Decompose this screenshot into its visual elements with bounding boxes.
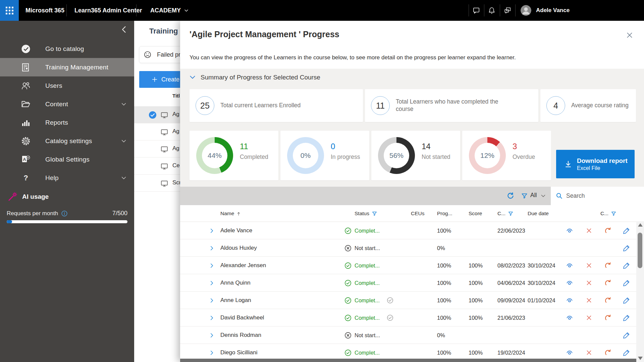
sidebar-item-content[interactable]: Content [0, 95, 134, 113]
status-completed-icon [344, 222, 352, 239]
chevron-down-icon[interactable] [121, 175, 127, 181]
filter-funnel-icon[interactable] [521, 192, 528, 199]
delete-button[interactable] [585, 274, 593, 292]
sidebar-item-users[interactable]: Users [0, 76, 134, 95]
chevron-down-icon [189, 74, 196, 81]
view-button[interactable] [566, 292, 573, 309]
chat-button[interactable] [469, 0, 484, 21]
view-button[interactable] [566, 309, 573, 326]
user-name[interactable]: Adele Vance [536, 0, 570, 21]
column-header-status[interactable]: Status [355, 205, 377, 222]
expand-chevron-icon[interactable] [209, 274, 215, 292]
delete-button[interactable] [585, 222, 593, 239]
sidebar-item-ai-usage[interactable]: AI usage [7, 192, 49, 202]
column-header-score[interactable]: Score [469, 205, 482, 222]
expand-chevron-icon[interactable] [209, 326, 215, 344]
requests-value: 7/500 [112, 210, 127, 217]
edit-button[interactable] [623, 222, 630, 239]
filter-funnel-icon[interactable] [611, 211, 616, 217]
selected-check-icon[interactable] [149, 111, 157, 119]
sidebar-item-training-management[interactable]: Training Management [0, 58, 134, 76]
expand-chevron-icon[interactable] [209, 222, 215, 239]
edit-button[interactable] [623, 274, 630, 292]
learner-row: Adele Vance Complet...100% 22/06/2023 [180, 222, 636, 239]
vertical-scrollbar[interactable] [636, 221, 644, 362]
sidebar-item-help[interactable]: ?Help [0, 169, 134, 187]
microsoft-365-label[interactable]: Microsoft 365 [25, 0, 64, 21]
sidebar-item-catalog-settings[interactable]: Catalog settings [0, 132, 134, 150]
column-header-ceus[interactable]: CEUs [411, 205, 424, 222]
donut-label: Not started [422, 154, 450, 161]
retake-button[interactable] [604, 309, 611, 326]
delete-button[interactable] [585, 292, 593, 309]
avatar[interactable] [521, 5, 531, 16]
sidebar-item-global-settings[interactable]: AGlobal Settings [0, 150, 134, 169]
filter-funnel-icon[interactable] [372, 211, 377, 217]
view-button[interactable] [566, 257, 573, 274]
download-subtitle: Excel File [577, 165, 600, 171]
progress-value: 100% [437, 274, 451, 292]
retake-button[interactable] [604, 292, 611, 309]
sidebar-item-go-to-catalog[interactable]: Go to catalog [0, 40, 134, 58]
column-header-name[interactable]: Name [220, 205, 241, 222]
refresh-icon[interactable] [506, 192, 515, 200]
chevron-down-icon[interactable] [540, 193, 546, 199]
sidebar-item-label: Help [45, 174, 59, 182]
expand-chevron-icon[interactable] [209, 257, 215, 274]
column-header-c[interactable]: C... [600, 205, 616, 222]
delete-button[interactable] [585, 257, 593, 274]
view-button[interactable] [566, 274, 573, 292]
status-text: Not start... [355, 326, 380, 344]
column-header-prog[interactable]: Prog... [437, 205, 452, 222]
donut-chart: 12% [469, 137, 506, 174]
bg-table-title-header[interactable]: Titl [172, 93, 180, 99]
expand-chevron-icon[interactable] [209, 239, 215, 257]
retake-button[interactable] [604, 222, 611, 239]
column-header-c[interactable]: C... [497, 205, 514, 222]
notifications-button[interactable] [484, 0, 499, 21]
chevron-down-icon[interactable] [121, 138, 127, 144]
column-header-duedate[interactable]: Due date [528, 205, 549, 222]
column-header-label: Status [355, 210, 369, 217]
filter-funnel-icon[interactable] [508, 211, 514, 217]
edit-button[interactable] [623, 326, 630, 344]
close-button[interactable] [626, 32, 633, 39]
completed-date [497, 239, 527, 257]
horizontal-scrollbar[interactable] [180, 359, 636, 362]
app-launcher-button[interactable] [0, 0, 19, 21]
redo-icon [604, 227, 611, 234]
due-date: 01/10/2024 [528, 292, 555, 309]
edit-button[interactable] [623, 309, 630, 326]
info-icon[interactable] [61, 210, 68, 217]
status-completed-icon [344, 274, 352, 292]
sidebar-collapse-button[interactable] [119, 25, 129, 34]
scroll-down-arrow-icon[interactable] [638, 357, 643, 360]
completed-date: 08/02/2023 [497, 257, 527, 274]
sidebar-item-reports[interactable]: Reports [0, 113, 134, 132]
expand-chevron-icon[interactable] [209, 309, 215, 326]
delete-button[interactable] [585, 309, 593, 326]
edit-button[interactable] [623, 257, 630, 274]
retake-button[interactable] [604, 274, 611, 292]
edit-button[interactable] [623, 239, 630, 257]
edit-button[interactable] [623, 292, 630, 309]
tenant-dropdown[interactable]: ACADEMY [150, 0, 189, 21]
expand-chevron-icon[interactable] [209, 292, 215, 309]
progress-value: 0% [437, 326, 445, 344]
admin-center-label[interactable]: Learn365 Admin Center [74, 0, 142, 21]
sidebar-item-label: Training Management [45, 64, 108, 71]
search-input[interactable] [566, 187, 644, 205]
filter-value[interactable]: All [530, 192, 537, 199]
scrollbar-thumb[interactable] [638, 233, 642, 268]
chevron-down-icon[interactable] [121, 101, 127, 107]
scroll-up-arrow-icon[interactable] [638, 223, 643, 227]
tenant-label: ACADEMY [150, 0, 181, 21]
view-button[interactable] [566, 222, 573, 239]
retake-button[interactable] [604, 257, 611, 274]
modal-description: You can view the progress of the Learner… [190, 54, 516, 61]
donut-count: 11 [240, 142, 248, 151]
feedback-button[interactable] [500, 0, 515, 21]
download-report-button[interactable]: Download report Excel File [556, 150, 635, 178]
summary-section-toggle[interactable]: Summary of Progress for Selected Course [189, 74, 320, 81]
go-to-catalog-icon [21, 44, 31, 54]
